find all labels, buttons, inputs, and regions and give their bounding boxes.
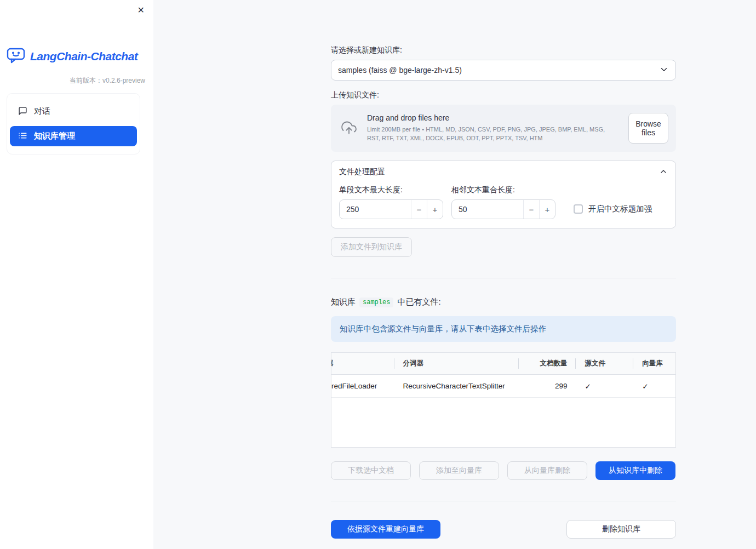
zh-title-enhance-option: 开启中文标题加强 xyxy=(574,204,652,214)
existing-files-suffix: 中已有文件: xyxy=(397,297,440,307)
upload-cloud-icon xyxy=(340,120,358,137)
column-header-vector-store[interactable]: 向量库 xyxy=(633,353,675,374)
sidebar-item-dialogue[interactable]: 对话 xyxy=(10,101,137,122)
close-icon: ✕ xyxy=(138,5,145,15)
dropzone-hint: Limit 200MB per file • HTML, MD, JSON, C… xyxy=(367,125,620,143)
cell-source-file-check: ✓ xyxy=(576,375,633,397)
chunk-size-field: 单段文本最大长度: 250 − + xyxy=(339,185,443,219)
add-files-to-kb-button[interactable]: 添加文件到知识库 xyxy=(331,237,412,257)
cell-loader: redFileLoader xyxy=(331,375,394,397)
sidebar-menu: 对话 知识库管理 xyxy=(7,93,140,155)
column-header-source-file[interactable]: 源文件 xyxy=(576,353,633,374)
overlap-size-label: 相邻文本重合长度: xyxy=(451,185,555,195)
increment-button[interactable]: + xyxy=(427,200,443,219)
dropzone-title: Drag and drop files here xyxy=(367,113,620,122)
divider xyxy=(331,278,676,278)
existing-files-prefix: 知识库 xyxy=(331,297,356,307)
files-table-header: 器 分词器 文档数量 源文件 向量库 xyxy=(331,353,675,375)
browse-files-button[interactable]: Browse files xyxy=(628,113,668,144)
decrement-button[interactable]: − xyxy=(523,200,539,219)
sidebar-item-label: 知识库管理 xyxy=(34,131,75,141)
rebuild-vector-store-button[interactable]: 依据源文件重建向量库 xyxy=(331,520,440,539)
zh-title-enhance-label: 开启中文标题加强 xyxy=(588,204,652,214)
chunk-size-label: 单段文本最大长度: xyxy=(339,185,443,195)
kb-select-label: 请选择或新建知识库: xyxy=(331,45,676,55)
decrement-button[interactable]: − xyxy=(411,200,427,219)
kb-select-value: samples (faiss @ bge-large-zh-v1.5) xyxy=(338,66,462,75)
sidebar: ✕ LangChain-Chatchat 当前版本：v0.2.6-preview… xyxy=(0,0,153,549)
table-row[interactable]: redFileLoader RecursiveCharacterTextSpli… xyxy=(331,375,675,398)
kb-name-code: samples xyxy=(359,298,393,307)
main-content: 请选择或新建知识库: samples (faiss @ bge-large-zh… xyxy=(331,0,676,539)
file-config-expander: 文件处理配置 单段文本最大长度: 250 − + 相邻文本重合长度: 50 − … xyxy=(331,161,676,228)
upload-label: 上传知识文件: xyxy=(331,90,676,100)
files-table: 器 分词器 文档数量 源文件 向量库 redFileLoader Recursi… xyxy=(331,352,676,448)
zh-title-enhance-checkbox[interactable] xyxy=(574,204,583,214)
cell-doc-count: 299 xyxy=(519,375,576,397)
app-title: LangChain-Chatchat xyxy=(30,50,138,63)
expander-title: 文件处理配置 xyxy=(339,167,385,177)
chevron-down-icon xyxy=(659,65,669,76)
divider xyxy=(331,501,676,501)
chat-bubble-icon xyxy=(18,106,27,117)
column-header-splitter[interactable]: 分词器 xyxy=(394,353,519,374)
overlap-size-field: 相邻文本重合长度: 50 − + xyxy=(451,185,555,219)
app-logo: LangChain-Chatchat xyxy=(6,47,138,65)
info-banner: 知识库中包含源文件与向量库，请从下表中选择文件后操作 xyxy=(331,316,676,342)
existing-files-line: 知识库 samples 中已有文件: xyxy=(331,297,676,307)
version-label: 当前版本：v0.2.6-preview xyxy=(70,76,145,85)
sidebar-item-label: 对话 xyxy=(34,106,50,117)
info-banner-text: 知识库中包含源文件与向量库，请从下表中选择文件后操作 xyxy=(340,324,546,334)
add-to-vector-store-button[interactable]: 添加至向量库 xyxy=(419,461,499,480)
column-header-doc-count[interactable]: 文档数量 xyxy=(519,353,576,374)
file-dropzone[interactable]: Drag and drop files here Limit 200MB per… xyxy=(331,105,676,152)
dropzone-texts: Drag and drop files here Limit 200MB per… xyxy=(367,113,620,143)
chunk-size-input[interactable]: 250 − + xyxy=(339,199,443,219)
increment-button[interactable]: + xyxy=(539,200,555,219)
list-icon xyxy=(18,131,27,142)
expander-header[interactable]: 文件处理配置 xyxy=(331,161,675,183)
overlap-size-input[interactable]: 50 − + xyxy=(451,199,555,219)
delete-from-kb-button[interactable]: 从知识库中删除 xyxy=(595,461,675,480)
kb-actions: 依据源文件重建向量库 删除知识库 xyxy=(331,520,676,539)
chunk-size-value[interactable]: 250 xyxy=(340,200,411,219)
column-header-loader[interactable]: 器 xyxy=(331,353,394,374)
delete-kb-button[interactable]: 删除知识库 xyxy=(566,520,676,539)
kb-select[interactable]: samples (faiss @ bge-large-zh-v1.5) xyxy=(331,60,676,81)
cell-vector-store-check: ✓ xyxy=(633,375,675,397)
row-actions: 下载选中文档 添加至向量库 从向量库删除 从知识库中删除 xyxy=(331,461,676,480)
download-selected-button[interactable]: 下载选中文档 xyxy=(331,461,411,480)
overlap-size-value[interactable]: 50 xyxy=(452,200,523,219)
sidebar-item-knowledge-base[interactable]: 知识库管理 xyxy=(10,126,137,146)
close-sidebar-button[interactable]: ✕ xyxy=(136,4,146,16)
chevron-up-icon xyxy=(659,167,668,178)
chat-logo-icon xyxy=(6,47,26,65)
cell-splitter: RecursiveCharacterTextSplitter xyxy=(394,375,519,397)
delete-from-vector-store-button[interactable]: 从向量库删除 xyxy=(507,461,587,480)
expander-body: 单段文本最大长度: 250 − + 相邻文本重合长度: 50 − + 开启中文标… xyxy=(331,183,675,228)
